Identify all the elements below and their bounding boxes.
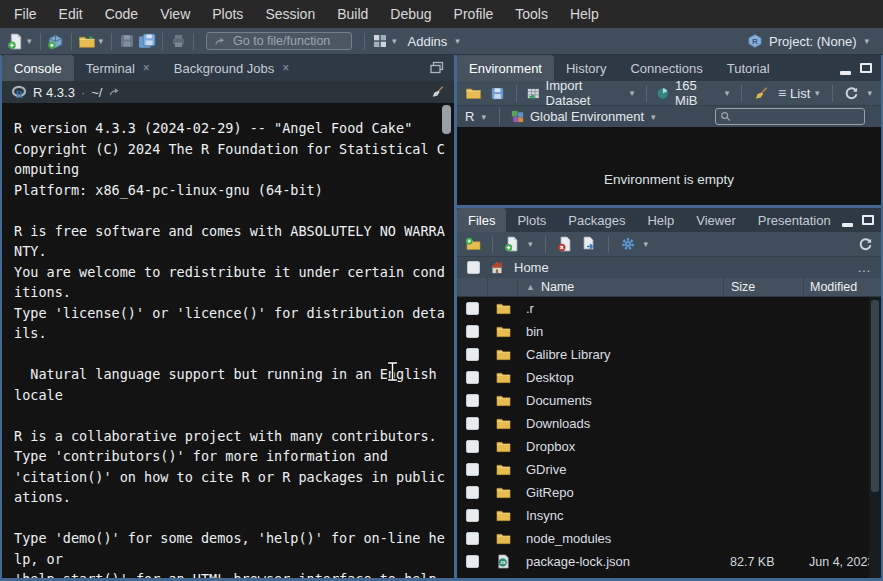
save-all-button[interactable] [137,30,157,52]
panes-layout-button[interactable] [370,30,390,52]
menu-item[interactable]: Code [94,0,149,28]
file-name[interactable]: node_modules [518,531,723,546]
menu-item[interactable]: Tools [504,0,559,28]
file-name[interactable]: Insync [518,508,723,523]
table-row[interactable]: JS Calibre Library [457,343,881,366]
select-all-checkbox[interactable] [467,261,480,274]
environment-pane-tab[interactable]: Environment [457,55,554,81]
file-name[interactable]: .r [518,301,723,316]
menu-item[interactable]: Edit [48,0,94,28]
new-project-button[interactable] [46,30,66,52]
row-checkbox[interactable] [466,417,479,430]
import-dataset-button[interactable]: Import Dataset [526,82,624,104]
print-button[interactable] [168,30,188,52]
maximize-pane-icon[interactable] [862,215,874,225]
console-pane-tab[interactable]: Background Jobs × [162,55,301,81]
console-pane-tab[interactable]: Console × [2,55,74,81]
chevron-down-icon[interactable]: ▾ [99,36,104,46]
row-checkbox[interactable] [466,555,479,568]
files-scrollbar-thumb[interactable] [871,300,879,492]
language-selector[interactable]: R [465,109,474,124]
project-menu-button[interactable]: R Project: (None) ▾ [747,33,872,49]
goto-file-input[interactable] [233,34,344,48]
console-scrollbar[interactable] [442,105,451,134]
show-panes-icon[interactable] [429,61,445,76]
console-pane-tab[interactable]: Terminal × [74,55,162,81]
file-name[interactable]: GitRepo [518,485,723,500]
file-name[interactable]: Calibre Library [518,347,723,362]
table-row[interactable]: JS Insync [457,504,881,527]
goto-file-search[interactable] [206,32,352,50]
table-row[interactable]: JS bin [457,320,881,343]
menu-item[interactable]: Build [326,0,379,28]
table-row[interactable]: JS Downloads [457,412,881,435]
menu-item[interactable]: Session [254,0,326,28]
files-pane-tab[interactable]: Files [457,208,506,232]
environment-search-box[interactable] [715,108,865,125]
menu-item[interactable]: Profile [443,0,505,28]
menu-item[interactable]: Help [559,0,610,28]
new-file-button[interactable] [5,30,25,52]
clear-console-broom-icon[interactable] [430,85,445,99]
table-row[interactable]: JS Desktop [457,366,881,389]
file-name[interactable]: bin [518,324,723,339]
files-scrollbar[interactable] [869,297,881,578]
r-version-label[interactable]: R 4.3.3 [33,85,75,100]
table-row[interactable]: JS Documents [457,389,881,412]
breadcrumb-location[interactable]: Home [514,260,549,275]
file-name[interactable]: Dropbox [518,439,723,454]
clear-environment-button[interactable] [751,82,771,104]
row-checkbox[interactable] [466,348,479,361]
name-column-header[interactable]: ▲ Name [518,278,723,296]
row-checkbox[interactable] [466,440,479,453]
addins-button[interactable]: Addins ▾ [408,34,463,49]
home-icon[interactable] [489,260,505,275]
table-row[interactable]: JS Dropbox [457,435,881,458]
copy-file-button[interactable] [579,233,599,255]
menu-item[interactable]: Plots [201,0,254,28]
save-button[interactable] [117,30,137,52]
table-row[interactable]: JS package-lock.json 82.7 KB Jun 4, 2023 [457,550,881,573]
memory-usage-button[interactable]: 165 MiB [656,82,718,104]
maximize-pane-icon[interactable] [860,63,872,73]
file-name[interactable]: Downloads [518,416,723,431]
file-name[interactable]: GDrive [518,462,723,477]
row-checkbox[interactable] [466,394,479,407]
chevron-down-icon[interactable]: ▾ [392,36,397,46]
table-row[interactable]: JS GitRepo [457,481,881,504]
menu-item[interactable]: File [3,0,48,28]
row-checkbox[interactable] [466,325,479,338]
environment-pane-tab[interactable]: Tutorial [715,55,782,81]
row-checkbox[interactable] [466,371,479,384]
refresh-files-button[interactable] [855,233,875,255]
menu-item[interactable]: Debug [379,0,442,28]
delete-file-button[interactable] [555,233,575,255]
file-name[interactable]: package-lock.json [518,554,723,569]
row-checkbox[interactable] [466,302,479,315]
size-column-header[interactable]: Size [723,278,803,296]
row-checkbox[interactable] [466,509,479,522]
row-checkbox[interactable] [466,532,479,545]
minimize-pane-icon[interactable] [840,71,851,75]
new-blank-file-button[interactable] [502,233,522,255]
close-icon[interactable]: × [143,61,150,75]
files-pane-tab[interactable]: Packages [557,208,636,232]
open-file-button[interactable] [77,30,97,52]
close-icon[interactable]: × [282,61,289,75]
environment-scope-selector[interactable]: Global Environment [530,109,644,124]
minimize-pane-icon[interactable] [842,223,853,227]
file-name[interactable]: Desktop [518,370,723,385]
new-folder-button[interactable] [463,233,483,255]
files-pane-tab[interactable]: Plots [506,208,557,232]
modified-column-header[interactable]: Modified [803,278,881,296]
load-workspace-button[interactable] [463,82,483,104]
breadcrumb-more-button[interactable]: ... [858,261,871,275]
table-row[interactable]: JS GDrive [457,458,881,481]
files-pane-tab[interactable]: Presentation [747,208,842,232]
display-mode-button[interactable]: ≡ List [779,82,809,104]
file-name[interactable]: Documents [518,393,723,408]
table-row[interactable]: JS .r [457,297,881,320]
environment-search-input[interactable] [736,110,860,124]
console-output[interactable]: R version 4.3.3 (2024-02-29) -- "Angel F… [2,103,454,578]
goto-directory-icon[interactable] [108,86,121,98]
